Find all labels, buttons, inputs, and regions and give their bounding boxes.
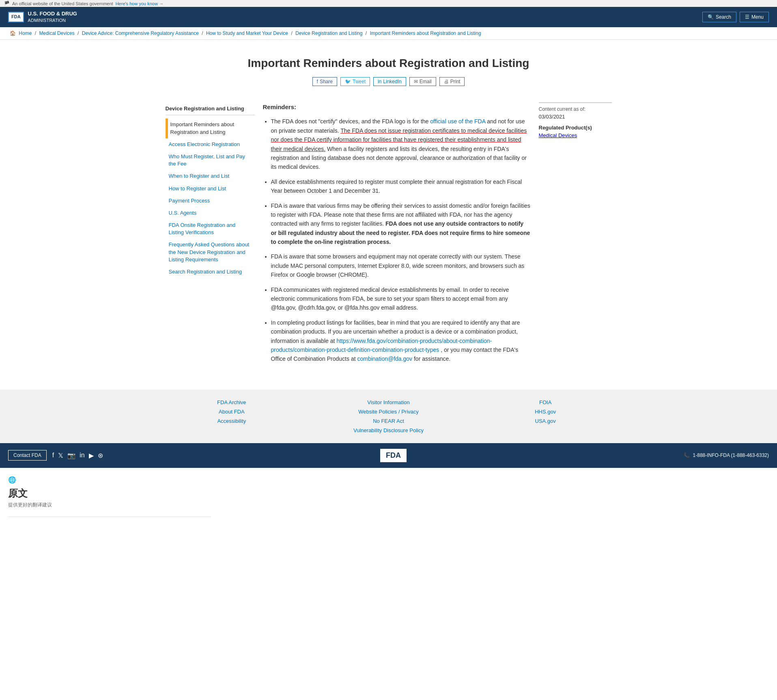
sidebar-item-when-to-register[interactable]: When to Register and List [166,170,255,182]
twitter-icon: 🐦 [345,79,351,84]
footer-col-2: Visitor Information Website Policies / P… [314,398,463,435]
footer-fda-archive[interactable]: FDA Archive [157,398,306,407]
phone-icon: 📞 [684,452,690,458]
breadcrumb-device-registration[interactable]: Device Registration and Listing [295,30,362,36]
share-email-button[interactable]: ✉ Email [409,77,436,86]
fda-logo-text: U.S. FOOD & DRUG ADMINISTRATION [28,10,77,24]
translation-section: 🌐 原文 提供更好的翻译建议 [0,468,777,525]
social-icons: f 𝕏 📷 in ▶ ⊛ [52,452,103,459]
search-icon: 🔍 [708,14,714,20]
sidebar-item-access-electronic[interactable]: Access Electronic Registration [166,138,255,151]
menu-icon: ☰ [745,14,749,20]
footer-foia[interactable]: FOIA [471,398,620,407]
email-icon: ✉ [414,79,418,84]
yuan-wen-title: 原文 [8,487,769,500]
gov-banner-text: An official website of the United States… [12,1,113,6]
list-item: All device establishments required to re… [271,177,531,196]
breadcrumb-how-to-study[interactable]: How to Study and Market Your Device [206,30,288,36]
footer-links-grid: FDA Archive About FDA Accessibility Visi… [157,398,620,435]
rss-social-icon[interactable]: ⊛ [98,452,103,459]
menu-button[interactable]: ☰ Menu [740,12,769,22]
footer-hhs[interactable]: HHS.gov [471,407,620,416]
list-item: FDA communicates with registered medical… [271,285,531,312]
fda-logo[interactable]: FDA U.S. FOOD & DRUG ADMINISTRATION [8,10,77,24]
footer-website-policies[interactable]: Website Policies / Privacy [314,407,463,416]
reminders-list: The FDA does not "certify" devices, and … [263,117,531,363]
home-icon: 🏠 [10,30,16,36]
footer-dark-right: 📞 1-888-INFO-FDA (1-888-463-6332) [684,452,769,458]
share-linkedin-button[interactable]: in LinkedIn [373,77,406,86]
instagram-social-icon[interactable]: 📷 [67,452,75,459]
main-content: Reminders: The FDA does not "certify" de… [263,102,531,369]
twitter-social-icon[interactable]: 𝕏 [58,452,63,459]
sidebar-item-who-must-register[interactable]: Who Must Register, List and Pay the Fee [166,151,255,170]
header-buttons: 🔍 Search ☰ Menu [702,12,769,22]
breadcrumb-current[interactable]: Important Reminders about Registration a… [370,30,481,36]
gov-banner-link[interactable]: Here's how you know → [116,1,164,6]
print-icon: 🖨 [444,79,449,84]
breadcrumb-home[interactable]: Home [19,30,32,36]
sidebar: Device Registration and Listing Importan… [166,102,255,369]
footer-accessibility[interactable]: Accessibility [157,416,306,426]
translation-divider [8,517,211,517]
regulated-products-label: Regulated Product(s) [539,125,612,131]
list-item: FDA is aware that some browsers and equi… [271,252,531,279]
flag-icon: 🏴 [4,1,10,6]
list-item: In completing product listings for facil… [271,318,531,364]
linkedin-social-icon[interactable]: in [80,452,84,459]
footer-col-1: FDA Archive About FDA Accessibility [157,398,306,435]
search-button[interactable]: 🔍 Search [702,12,736,22]
share-print-button[interactable]: 🖨 Print [439,77,465,86]
page-title-area: Important Reminders about Registration a… [166,48,612,98]
sidebar-nav: Important Reminders about Registration a… [166,118,255,278]
reminders-title: Reminders: [263,102,531,112]
header-nav: FDA U.S. FOOD & DRUG ADMINISTRATION 🔍 Se… [0,7,777,27]
footer-vulnerability[interactable]: Vulnerability Disclosure Policy [314,426,463,435]
breadcrumb-medical-devices[interactable]: Medical Devices [39,30,74,36]
translate-icon: 🌐 [8,476,769,484]
share-facebook-button[interactable]: f Share [312,77,337,86]
footer-usa[interactable]: USA.gov [471,416,620,426]
content-current-label: Content current as of: [539,106,612,112]
breadcrumb-device-advice[interactable]: Device Advice: Comprehensive Regulatory … [82,30,199,36]
footer-dark: Contact FDA f 𝕏 📷 in ▶ ⊛ FDA 📞 1-888-INF… [0,443,777,468]
content-area: Device Registration and Listing Importan… [166,102,612,369]
footer-dark-center: FDA [380,449,407,462]
facebook-icon: f [317,79,318,84]
sidebar-title: Device Registration and Listing [166,102,255,115]
footer-dark-left: Contact FDA f 𝕏 📷 in ▶ ⊛ [8,450,103,461]
youtube-social-icon[interactable]: ▶ [89,452,94,459]
content-current: Content current as of: 03/03/2021 Regula… [539,102,612,138]
fda-logo-box: FDA [8,12,24,22]
sidebar-item-onsite-registration[interactable]: FDA Onsite Registration and Listing Veri… [166,219,255,239]
footer-no-fear[interactable]: No FEAR Act [314,416,463,426]
fda-footer-badge: FDA [380,449,407,462]
suggestion-text: 提供更好的翻译建议 [8,502,769,508]
official-use-link[interactable]: official use of the FDA [430,118,485,125]
facebook-social-icon[interactable]: f [52,452,54,459]
footer-phone: 1-888-INFO-FDA (1-888-463-6332) [693,452,769,458]
footer-about-fda[interactable]: About FDA [157,407,306,416]
contact-fda-button[interactable]: Contact FDA [8,450,47,461]
sidebar-item-how-to-register[interactable]: How to Register and List [166,183,255,195]
sidebar-item-payment-process[interactable]: Payment Process [166,195,255,207]
footer-links-area: FDA Archive About FDA Accessibility Visi… [0,390,777,443]
page-title: Important Reminders about Registration a… [166,56,612,71]
breadcrumb: 🏠 Home / Medical Devices / Device Advice… [0,27,777,40]
social-share: f Share 🐦 Tweet in LinkedIn ✉ Email 🖨 [166,77,612,86]
footer-col-3: FOIA HHS.gov USA.gov [471,398,620,435]
sidebar-item-us-agents[interactable]: U.S. Agents [166,207,255,219]
content-current-date: 03/03/2021 [539,114,612,120]
share-twitter-button[interactable]: 🐦 Tweet [340,77,370,86]
right-sidebar: Content current as of: 03/03/2021 Regula… [539,102,612,369]
footer-visitor-info[interactable]: Visitor Information [314,398,463,407]
sidebar-item-faq[interactable]: Frequently Asked Questions about the New… [166,239,255,266]
sidebar-item-search-registration[interactable]: Search Registration and Listing [166,266,255,278]
linkedin-icon: in [378,79,381,84]
regulated-products-value[interactable]: Medical Devices [539,132,612,138]
sidebar-item-important-reminders[interactable]: Important Reminders about Registration a… [166,118,255,138]
combination-email-link[interactable]: combination@fda.gov [357,355,412,362]
list-item: FDA is aware that various firms may be o… [271,201,531,247]
list-item: The FDA does not "certify" devices, and … [271,117,531,171]
gov-banner: 🏴 An official website of the United Stat… [0,0,777,7]
